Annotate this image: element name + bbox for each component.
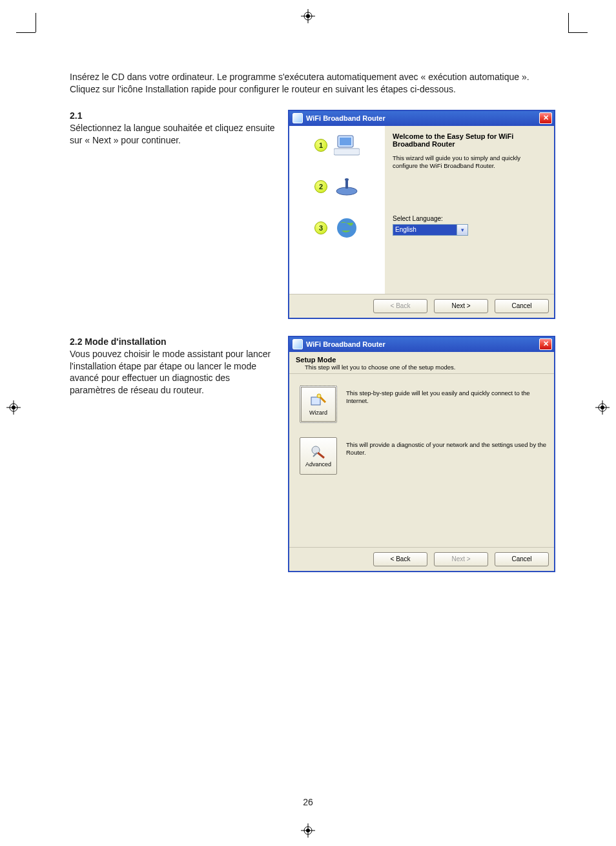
dialog-footer: < Back Next > Cancel xyxy=(289,294,554,318)
language-select[interactable]: English ▾ xyxy=(393,224,468,236)
step-badge: 1 xyxy=(314,139,327,152)
registration-mark-icon xyxy=(301,9,315,23)
advanced-mode-desc: This will provide a diagnostic of your n… xyxy=(346,437,546,457)
mode-row-advanced: Advanced This will provide a diagnostic … xyxy=(300,437,546,475)
registration-mark-icon xyxy=(6,400,21,415)
svg-point-22 xyxy=(337,218,356,238)
tools-icon xyxy=(310,444,327,460)
back-button[interactable]: < Back xyxy=(373,552,427,566)
svg-point-15 xyxy=(306,829,310,832)
step-item: 3 xyxy=(314,216,360,240)
dialog-right-panel: Welcome to the Easy Setup for WiFi Broad… xyxy=(385,126,554,294)
mode-row-wizard: Wizard This step-by-step guide will let … xyxy=(300,386,546,423)
close-button[interactable]: ✕ xyxy=(539,112,552,124)
advanced-mode-label: Advanced xyxy=(305,461,331,468)
close-button[interactable]: ✕ xyxy=(539,338,552,350)
wizard-icon xyxy=(310,393,327,408)
section-21-row: 2.1 Sélectionnez la langue souhaitée et … xyxy=(70,110,551,319)
crop-mark xyxy=(568,32,588,33)
section-22-row: 2.2 Mode d'installation Vous pouvez choi… xyxy=(70,336,551,572)
svg-point-21 xyxy=(345,178,349,181)
section-body: Sélectionnez la langue souhaitée et cliq… xyxy=(70,123,275,145)
crop-mark xyxy=(36,13,36,32)
globe-icon xyxy=(334,216,360,240)
svg-rect-17 xyxy=(340,138,351,145)
dialog-setup-mode: WiFi Broadband Router ✕ Setup Mode This … xyxy=(288,336,555,572)
wizard-mode-label: Wizard xyxy=(309,409,327,416)
router-icon xyxy=(334,175,360,198)
next-button[interactable]: Next > xyxy=(434,299,488,313)
intro-paragraph: Insérez le CD dans votre ordinateur. Le … xyxy=(70,71,551,96)
section-number: 2.2 xyxy=(70,336,82,347)
cancel-button[interactable]: Cancel xyxy=(495,299,549,313)
section-number: 2.1 xyxy=(70,110,82,121)
section-21-figure: WiFi Broadband Router ✕ 1 xyxy=(288,110,555,319)
welcome-description: This wizard will guide you to simply and… xyxy=(393,154,546,170)
subheader-desc: This step will let you to choose one of … xyxy=(296,364,548,371)
step-badge: 2 xyxy=(314,180,327,193)
crop-mark xyxy=(568,13,569,32)
page-number: 26 xyxy=(0,797,616,807)
page-content: Insérez le CD dans votre ordinateur. Le … xyxy=(70,71,551,589)
section-22-figure: WiFi Broadband Router ✕ Setup Mode This … xyxy=(288,336,555,572)
cancel-button[interactable]: Cancel xyxy=(495,552,549,566)
svg-point-11 xyxy=(601,406,604,409)
window-title: WiFi Broadband Router xyxy=(306,114,385,122)
app-icon xyxy=(293,339,303,349)
window-title: WiFi Broadband Router xyxy=(306,340,385,348)
registration-mark-icon xyxy=(301,823,315,838)
svg-rect-23 xyxy=(311,397,320,405)
crop-mark xyxy=(16,32,36,33)
welcome-heading: Welcome to the Easy Setup for WiFi Broad… xyxy=(393,132,546,148)
titlebar: WiFi Broadband Router ✕ xyxy=(289,337,554,352)
step-item: 1 xyxy=(314,134,360,157)
subheader-title: Setup Mode xyxy=(296,356,548,364)
dialog-subheader: Setup Mode This step will let you to cho… xyxy=(289,352,554,374)
wizard-mode-desc: This step-by-step guide will let you eas… xyxy=(346,386,546,405)
section-body: Vous pouvez choisir le mode assistant po… xyxy=(70,349,271,396)
computer-icon xyxy=(334,134,360,157)
svg-rect-18 xyxy=(334,149,360,155)
step-badge: 3 xyxy=(314,222,327,234)
section-21-text: 2.1 Sélectionnez la langue souhaitée et … xyxy=(70,110,276,319)
wizard-steps-panel: 1 2 xyxy=(289,126,385,294)
registration-mark-icon xyxy=(595,400,610,415)
app-icon xyxy=(293,113,303,123)
language-value: English xyxy=(393,225,457,235)
wizard-mode-button[interactable]: Wizard xyxy=(300,386,337,423)
next-button[interactable]: Next > xyxy=(434,552,488,566)
back-button[interactable]: < Back xyxy=(373,299,427,313)
advanced-mode-button[interactable]: Advanced xyxy=(300,437,337,475)
chevron-down-icon[interactable]: ▾ xyxy=(457,225,467,235)
svg-point-3 xyxy=(306,14,310,18)
dialog-footer: < Back Next > Cancel xyxy=(289,547,554,571)
section-22-text: 2.2 Mode d'installation Vous pouvez choi… xyxy=(70,336,276,572)
dialog-language-select: WiFi Broadband Router ✕ 1 xyxy=(288,110,555,319)
titlebar: WiFi Broadband Router ✕ xyxy=(289,111,554,126)
language-label: Select Language: xyxy=(393,215,546,222)
svg-rect-20 xyxy=(345,180,348,189)
svg-point-24 xyxy=(317,394,321,398)
step-item: 2 xyxy=(314,175,360,198)
section-title: Mode d'installation xyxy=(85,336,166,347)
svg-point-7 xyxy=(12,406,15,409)
